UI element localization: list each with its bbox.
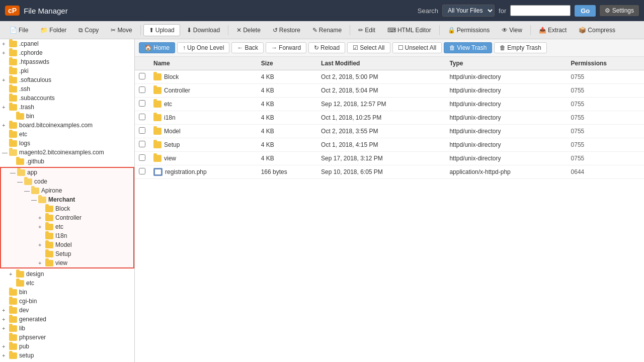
name-col-header[interactable]: Name — [149, 57, 257, 70]
tree-item[interactable]: etc — [0, 279, 134, 288]
back-button[interactable]: ← Back — [231, 42, 264, 53]
restore-button[interactable]: ↺ Restore — [267, 24, 306, 36]
tree-item[interactable]: +board.bitcoinexamples.com — [0, 121, 134, 130]
forward-label: Forward — [279, 44, 301, 51]
tree-item[interactable]: +dev — [0, 306, 134, 315]
tree-item[interactable]: +generated — [0, 315, 134, 324]
folder-icon — [45, 206, 53, 212]
rename-button[interactable]: ✎ Rename — [307, 24, 347, 36]
folder-new-icon: 📁 — [40, 27, 48, 34]
tree-item[interactable]: —app — [1, 168, 133, 177]
table-row[interactable]: view4 KBSep 17, 2018, 3:12 PMhttpd/unix-… — [135, 152, 644, 165]
tree-item[interactable]: Block — [1, 204, 133, 213]
tree-item[interactable]: +view — [1, 258, 133, 267]
tree-item[interactable]: +pub — [0, 342, 134, 351]
unselect-all-button[interactable]: ☐ Unselect All — [392, 42, 442, 53]
upload-button[interactable]: ⬆ Upload — [143, 24, 180, 36]
folder-icon — [153, 141, 162, 148]
copy-button[interactable]: ⧉ Copy — [73, 24, 104, 36]
file-size: 166 bytes — [257, 165, 317, 179]
go-button[interactable]: Go — [575, 5, 596, 17]
tree-item[interactable]: +Model — [1, 240, 133, 249]
tree-item[interactable]: etc — [0, 130, 134, 139]
tree-item[interactable]: —code — [1, 177, 133, 186]
file-type: httpd/unix-directory — [445, 125, 567, 138]
tree-item[interactable]: +.softaculous — [0, 75, 134, 84]
search-input[interactable] — [510, 5, 571, 16]
table-row[interactable]: Controller4 KBOct 2, 2018, 5:04 PMhttpd/… — [135, 84, 644, 98]
tree-item[interactable]: +etc — [1, 222, 133, 231]
tree-item[interactable]: +Controller — [1, 213, 133, 222]
reload-button[interactable]: ↻ Reload — [308, 42, 345, 53]
tree-item[interactable]: +.cphorde — [0, 48, 134, 57]
up-one-level-button[interactable]: ↑ Up One Level — [177, 42, 229, 53]
file-tree-sidebar[interactable]: +.cpanel+.cphorde.htpasswds.pki+.softacu… — [0, 39, 135, 362]
tree-item[interactable]: bin — [0, 288, 134, 297]
main-layout: +.cpanel+.cphorde.htpasswds.pki+.softacu… — [0, 39, 644, 362]
download-button[interactable]: ⬇ Download — [181, 24, 225, 36]
tree-toggle: + — [38, 242, 45, 248]
download-label: Download — [193, 27, 220, 34]
row-checkbox[interactable] — [139, 141, 145, 147]
tree-item[interactable]: .ssh — [0, 84, 134, 94]
row-checkbox[interactable] — [139, 127, 145, 134]
permissions-button[interactable]: 🔒 Permissions — [442, 24, 495, 36]
tree-item[interactable]: logs — [0, 139, 134, 148]
tree-item[interactable]: +.trash — [0, 103, 134, 112]
row-checkbox[interactable] — [139, 100, 145, 107]
tree-item[interactable]: .subaccounts — [0, 94, 134, 103]
row-checkbox[interactable] — [139, 168, 145, 174]
table-row[interactable]: i18n4 KBOct 1, 2018, 10:25 PMhttpd/unix-… — [135, 111, 644, 125]
tree-item[interactable]: +design — [0, 269, 134, 279]
forward-button[interactable]: → Forward — [266, 42, 306, 53]
extract-button[interactable]: 📤 Extract — [533, 24, 572, 36]
tree-item[interactable]: .htpasswds — [0, 57, 134, 66]
permissions-col-header[interactable]: Permissions — [567, 57, 644, 70]
empty-trash-button[interactable]: 🗑 Empty Trash — [494, 42, 546, 53]
html-editor-button[interactable]: ⌨ HTML Editor — [382, 24, 437, 36]
tree-item[interactable]: phpserver — [0, 333, 134, 342]
modified-col-header[interactable]: Last Modified — [317, 57, 445, 70]
table-row[interactable]: Block4 KBOct 2, 2018, 5:00 PMhttpd/unix-… — [135, 70, 644, 84]
tree-item[interactable]: —Merchant — [1, 195, 133, 204]
home-button[interactable]: 🏠 Home — [139, 42, 175, 53]
row-checkbox[interactable] — [139, 86, 145, 93]
tree-item[interactable]: .github — [0, 157, 134, 166]
file-permissions: 0755 — [567, 138, 644, 152]
tree-item[interactable]: +setup — [0, 351, 134, 360]
folder-icon — [9, 334, 17, 341]
tree-item[interactable]: +lib — [0, 324, 134, 333]
compress-button[interactable]: 📦 Compress — [573, 24, 621, 36]
file-modified: Oct 2, 2018, 5:00 PM — [317, 70, 445, 84]
table-row[interactable]: etc4 KBSep 12, 2018, 12:57 PMhttpd/unix-… — [135, 98, 644, 111]
table-row[interactable]: Setup4 KBOct 1, 2018, 4:15 PMhttpd/unix-… — [135, 138, 644, 152]
tree-item[interactable]: Setup — [1, 249, 133, 258]
tree-item-label: .cpanel — [19, 40, 39, 47]
move-button[interactable]: ✂ Move — [105, 24, 137, 36]
view-trash-button[interactable]: 🗑 View Trash — [444, 42, 492, 53]
search-scope-select[interactable]: All Your Files — [442, 5, 495, 17]
folder-icon — [153, 128, 162, 135]
edit-button[interactable]: ✏ Edit — [353, 24, 381, 36]
row-checkbox[interactable] — [139, 114, 145, 120]
settings-button[interactable]: ⚙ Settings — [600, 5, 639, 16]
table-row[interactable]: registration.php166 bytesSep 10, 2018, 6… — [135, 165, 644, 179]
row-checkbox[interactable] — [139, 73, 145, 79]
row-checkbox[interactable] — [139, 154, 145, 161]
toolbar: 📄 File 📁 Folder ⧉ Copy ✂ Move ⬆ Upload ⬇… — [0, 21, 644, 39]
type-col-header[interactable]: Type — [445, 57, 567, 70]
view-button[interactable]: 👁 View — [496, 24, 528, 36]
select-all-button[interactable]: ☑ Select All — [347, 42, 390, 53]
file-button[interactable]: 📄 File — [4, 24, 34, 36]
table-row[interactable]: Model4 KBOct 2, 2018, 3:55 PMhttpd/unix-… — [135, 125, 644, 138]
tree-item[interactable]: +.cpanel — [0, 39, 134, 48]
size-col-header[interactable]: Size — [257, 57, 317, 70]
tree-item[interactable]: —magento2.bitcoinexamples.com — [0, 148, 134, 157]
tree-item[interactable]: I18n — [1, 231, 133, 240]
tree-item[interactable]: bin — [0, 112, 134, 121]
delete-button[interactable]: ✕ Delete — [231, 24, 266, 36]
tree-item[interactable]: .pki — [0, 66, 134, 75]
folder-button[interactable]: 📁 Folder — [35, 24, 72, 36]
tree-item[interactable]: —Apirone — [1, 186, 133, 195]
tree-item[interactable]: cgi-bin — [0, 297, 134, 306]
